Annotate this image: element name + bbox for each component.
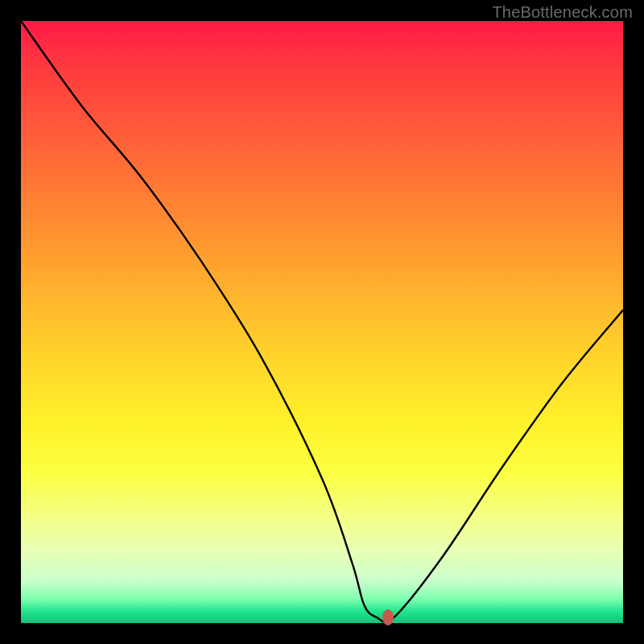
chart-frame: TheBottleneck.com	[0, 0, 644, 644]
watermark-text: TheBottleneck.com	[492, 3, 633, 22]
bottleneck-curve-svg	[21, 21, 623, 623]
bottleneck-curve-path	[21, 21, 623, 622]
current-config-marker	[382, 609, 394, 625]
gradient-plot-area	[21, 21, 623, 623]
